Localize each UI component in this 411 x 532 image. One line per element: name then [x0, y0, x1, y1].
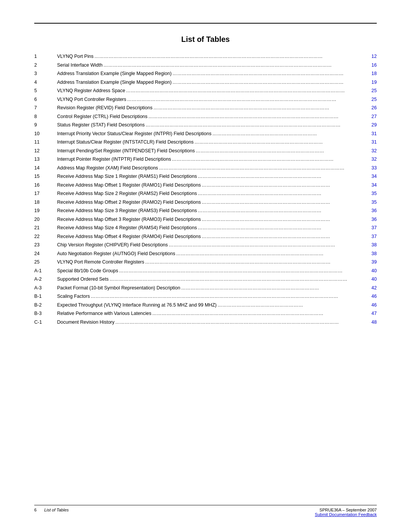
toc-entry-page[interactable]: 38	[365, 241, 377, 248]
toc-entry-page[interactable]: 39	[365, 259, 377, 265]
toc-entry-dots: ………………………………………………………………………………………………………	[144, 259, 365, 265]
toc-row: 23Chip Version Register (CHIPVER) Field …	[34, 241, 377, 249]
toc-entry-page[interactable]: 36	[365, 216, 377, 223]
toc-row-number: 6	[34, 95, 54, 104]
toc-entry-dots: ………………………………………………………………………	[195, 147, 365, 154]
toc-row-content: Document Revision History…………………………………………	[54, 318, 377, 327]
toc-entry-page[interactable]: 25	[365, 87, 377, 94]
toc-entry-page[interactable]: 26	[365, 104, 377, 111]
toc-row-number: 16	[34, 181, 54, 190]
toc-row-content: Interrupt Pointer Register (INTPTR) Fiel…	[54, 155, 377, 164]
toc-entry-label: Interrupt Pointer Register (INTPTR) Fiel…	[57, 156, 171, 163]
toc-entry-page[interactable]: 35	[365, 190, 377, 197]
toc-row: 4Address Translation Example (Single Map…	[34, 78, 377, 87]
toc-entry-page[interactable]: 31	[365, 139, 377, 145]
toc-entry-label: Status Register (STAT) Field Description…	[57, 121, 145, 128]
toc-entry-page[interactable]: 33	[365, 165, 377, 171]
toc-row: 7Revision Register (REVID) Field Descrip…	[34, 104, 377, 112]
toc-entry-page[interactable]: 32	[365, 156, 377, 163]
toc-row-content: Address Translation Example (Single Mapp…	[54, 69, 377, 78]
toc-row: B-2Expected Throughput (VLYNQ Interface …	[34, 301, 377, 310]
toc-entry-label: Address Translation Example (Single Mapp…	[57, 70, 172, 77]
toc-entry-page[interactable]: 12	[365, 53, 377, 60]
toc-row: A-1Special 8b/10b Code Groups………………………………	[34, 267, 377, 275]
toc-entry-page[interactable]: 42	[365, 284, 377, 291]
toc-entry-page[interactable]: 16	[365, 62, 377, 69]
toc-entry-page[interactable]: 29	[365, 121, 377, 128]
footer-page-number: 6	[34, 508, 37, 512]
toc-row: 24Auto Negotiation Register (AUTNGO) Fie…	[34, 249, 377, 258]
toc-row: 14Address Map Register (XAM) Field Descr…	[34, 164, 377, 173]
toc-row-content: Special 8b/10b Code Groups………………………………………	[54, 267, 377, 275]
toc-entry-dots: ………………………………………………………………………	[201, 216, 365, 223]
toc-entry-dots: ……………………………………………………………………	[197, 224, 366, 231]
toc-row-number: 18	[34, 198, 54, 207]
toc-entry-label: Interrupt Status/Clear Register (INTSTAT…	[57, 139, 194, 145]
toc-row-number: 7	[34, 104, 54, 112]
toc-entry-page[interactable]: 38	[365, 250, 377, 257]
toc-row: 13Interrupt Pointer Register (INTPTR) Fi…	[34, 155, 377, 164]
toc-row-number: C-1	[34, 318, 54, 327]
toc-row: 20Receive Address Map Offset 3 Register …	[34, 215, 377, 224]
toc-entry-dots: ……………………………………………………………………	[197, 207, 366, 214]
toc-row: 11Interrupt Status/Clear Register (INTST…	[34, 138, 377, 147]
toc-entry-dots: ……………………………………………………………………	[197, 173, 366, 180]
toc-entry-label: Interrupt Priority Vector Status/Clear R…	[57, 130, 212, 137]
toc-row-number: 21	[34, 224, 54, 232]
toc-entry-label: Address Translation Example (Single Mapp…	[57, 79, 172, 86]
toc-entry-page[interactable]: 47	[365, 310, 377, 317]
toc-row-content: Serial Interface Width…………………………………………………	[54, 61, 377, 70]
toc-entry-dots: ………………………………………………………………………………………………	[172, 79, 365, 86]
toc-row-content: Relative Performance with Various Latenc…	[54, 309, 377, 318]
toc-entry-dots: ………………………………………………………………………………………………	[151, 310, 365, 317]
toc-entry-dots: ……………………………………………………………………………………………………………	[125, 87, 365, 94]
toc-entry-page[interactable]: 35	[365, 199, 377, 206]
toc-entry-page[interactable]: 36	[365, 207, 377, 214]
toc-row-content: Receive Address Map Size 3 Register (RAM…	[54, 206, 377, 215]
toc-entry-dots: …………………………………………………………………………………………………	[153, 104, 365, 111]
toc-entry-page[interactable]: 19	[365, 79, 377, 86]
toc-entry-label: VLYNQ Port Remote Controller Registers	[57, 259, 144, 265]
toc-entry-page[interactable]: 27	[365, 113, 377, 120]
toc-entry-page[interactable]: 31	[365, 130, 377, 137]
toc-row-content: Scaling Factors……………………………………………………………………	[54, 292, 377, 301]
toc-row-content: Receive Address Map Size 4 Register (RAM…	[54, 224, 377, 232]
footer-section-label: List of Tables	[44, 508, 68, 512]
toc-row-content: Address Map Register (XAM) Field Descrip…	[54, 164, 377, 173]
toc-entry-dots: ……………………………………………………………………	[197, 190, 366, 197]
toc-row-number: A-2	[34, 275, 54, 284]
toc-entry-page[interactable]: 46	[365, 293, 377, 300]
toc-row-content: Receive Address Map Offset 4 Register (R…	[54, 232, 377, 241]
toc-row-content: Supported Ordered Sets…………………………………………………	[54, 275, 377, 284]
toc-entry-page[interactable]: 25	[365, 96, 377, 103]
toc-entry-dots: ……………………………………………………………………………………………………………	[109, 276, 366, 283]
toc-entry-page[interactable]: 40	[365, 267, 377, 274]
toc-row-number: 2	[34, 61, 54, 70]
toc-row: A-2Supported Ordered Sets…………………………………………	[34, 275, 377, 284]
toc-entry-label: Scaling Factors	[57, 293, 90, 300]
toc-entry-page[interactable]: 37	[365, 233, 377, 240]
toc-entry-page[interactable]: 46	[365, 302, 377, 308]
toc-entry-page[interactable]: 48	[365, 319, 377, 326]
toc-entry-page[interactable]: 32	[365, 147, 377, 154]
toc-entry-page[interactable]: 40	[365, 276, 377, 283]
footer-doc-id: SPRUE36A – September 2007	[315, 508, 377, 512]
toc-entry-page[interactable]: 18	[365, 70, 377, 77]
toc-row-number: 24	[34, 249, 54, 258]
toc-row-number: 1	[34, 52, 54, 61]
toc-row-number: B-1	[34, 292, 54, 301]
toc-entry-label: Revision Register (REVID) Field Descript…	[57, 104, 153, 111]
toc-row: 18Receive Address Map Offset 2 Register …	[34, 198, 377, 207]
toc-entry-page[interactable]: 34	[365, 182, 377, 189]
toc-row-number: 20	[34, 215, 54, 224]
toc-row: 5VLYNQ Register Address Space………………………………	[34, 86, 377, 95]
toc-row: 3Address Translation Example (Single Map…	[34, 69, 377, 78]
toc-entry-dots: ……………………………………………………………………………………………………………	[115, 319, 365, 326]
toc-entry-dots: ……………………………………………………………………………………………	[168, 241, 365, 248]
page-title: List of Tables	[34, 35, 377, 44]
toc-entry-page[interactable]: 37	[365, 224, 377, 231]
toc-entry-dots: …………………………………………………………………………………………………………	[148, 113, 365, 120]
submit-documentation-feedback-link[interactable]: Submit Documentation Feedback	[315, 512, 377, 517]
toc-entry-page[interactable]: 34	[365, 173, 377, 180]
toc-entry-dots: ………………………………………………………………………	[201, 182, 365, 189]
